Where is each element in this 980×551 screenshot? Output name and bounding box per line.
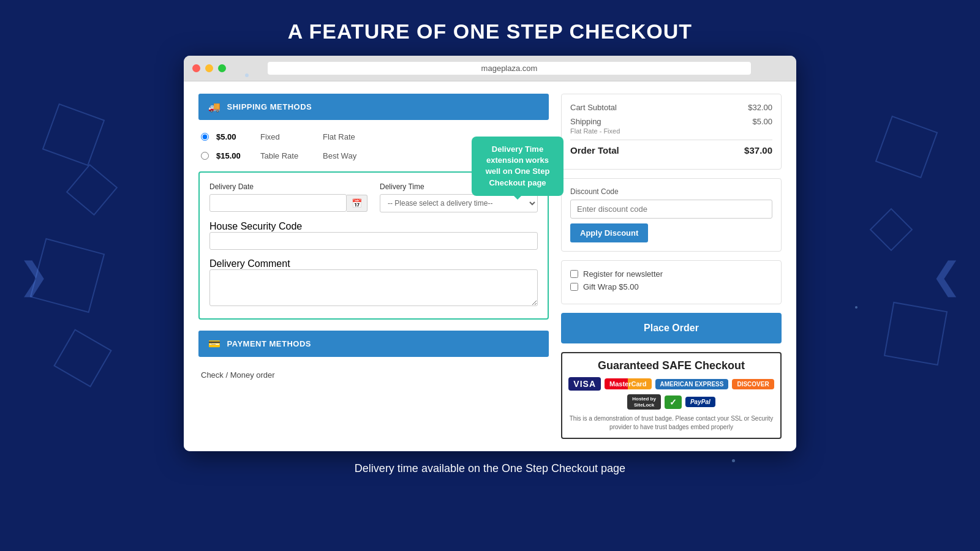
safe-checkout-section: Guaranteed SAFE Checkout VISA MasterCard… (561, 352, 782, 439)
payment-section-header: 💳 PAYMENT METHODS (198, 331, 549, 357)
shipping-radio-table[interactable] (201, 152, 209, 160)
payment-icon: 💳 (208, 338, 221, 350)
delivery-date-group: Delivery Date 📅 (209, 182, 368, 212)
order-summary: Cart Subtotal $32.00 Shipping $5.00 Flat… (561, 94, 782, 170)
order-total-row: Order Total $37.00 (570, 140, 772, 156)
visa-logo: VISA (568, 377, 601, 391)
calendar-button[interactable]: 📅 (347, 195, 368, 212)
payment-option-check[interactable]: Check / Money order (198, 364, 549, 386)
shipping-section-header: 🚚 SHIPPING METHODS (198, 94, 549, 120)
discover-logo: DISCOVER (732, 379, 774, 389)
discount-code-input[interactable] (570, 200, 772, 219)
ssl-logo: Hosted bySiteLock (627, 394, 661, 410)
giftwrap-item: Gift Wrap $5.00 (570, 282, 772, 291)
house-security-input[interactable] (209, 232, 538, 250)
mastercard-logo: MasterCard (605, 378, 652, 389)
discount-section: Discount Code Apply Discount (561, 178, 782, 252)
traffic-light-yellow[interactable] (205, 64, 213, 72)
check-logo: ✓ (665, 395, 682, 409)
date-input-wrap: 📅 (209, 194, 368, 212)
shipping-icon: 🚚 (208, 101, 221, 113)
place-order-button[interactable]: Place Order (561, 313, 782, 343)
extras-section: Register for newsletter Gift Wrap $5.00 (561, 260, 782, 304)
traffic-light-green[interactable] (218, 64, 226, 72)
delivery-comment-textarea[interactable] (209, 269, 538, 306)
amex-logo: AMERICAN EXPRESS (655, 379, 729, 389)
cart-subtotal-row: Cart Subtotal $32.00 (570, 103, 772, 112)
page-title: A FEATURE OF ONE STEP CHECKOUT (0, 20, 980, 43)
shipping-row: Shipping $5.00 (570, 117, 772, 126)
browser-content: Delivery Time extension works well on On… (184, 81, 796, 451)
newsletter-item: Register for newsletter (570, 269, 772, 279)
safe-checkout-description: This is a demonstration of trust badge. … (568, 414, 774, 432)
browser-url-bar[interactable]: mageplaza.com (268, 62, 751, 75)
shipping-sub-row: Flat Rate - Fixed (570, 127, 772, 135)
tooltip-bubble: Delivery Time extension works well on On… (472, 137, 564, 196)
browser-window: mageplaza.com Delivery Time extension wo… (184, 56, 796, 451)
right-arrow-icon: ❮ (931, 254, 962, 297)
shipping-radio-fixed[interactable] (201, 133, 209, 141)
safe-checkout-title: Guaranteed SAFE Checkout (568, 359, 774, 372)
left-arrow-icon: ❯ (18, 254, 49, 297)
apply-discount-button[interactable]: Apply Discount (570, 223, 648, 242)
delivery-comment-group: Delivery Comment (209, 258, 538, 309)
paypal-logo: PayPal (685, 397, 715, 407)
footer-text: Delivery time available on the One Step … (0, 462, 980, 475)
newsletter-checkbox[interactable] (570, 270, 578, 278)
payment-logos: VISA MasterCard AMERICAN EXPRESS DISCOVE… (568, 377, 774, 410)
browser-titlebar: mageplaza.com (184, 56, 796, 81)
delivery-date-input[interactable] (209, 194, 347, 212)
traffic-light-red[interactable] (192, 64, 200, 72)
giftwrap-checkbox[interactable] (570, 283, 578, 291)
page-heading: A FEATURE OF ONE STEP CHECKOUT (0, 0, 980, 56)
payment-section: 💳 PAYMENT METHODS Check / Money order (198, 331, 549, 386)
right-column: Cart Subtotal $32.00 Shipping $5.00 Flat… (561, 94, 782, 439)
house-security-group: House Security Code (209, 221, 538, 250)
